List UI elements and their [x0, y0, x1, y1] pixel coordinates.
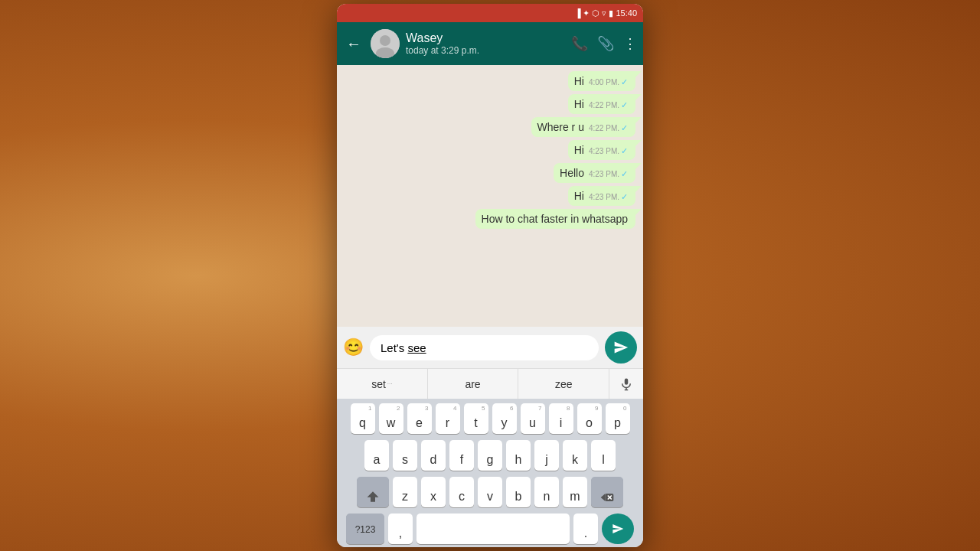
key-t[interactable]: 5t — [464, 403, 488, 434]
send-icon — [613, 340, 629, 355]
key-l[interactable]: l — [591, 440, 616, 471]
key-r[interactable]: 4r — [436, 403, 460, 434]
message-text: Hello — [560, 167, 584, 179]
attachment-icon[interactable]: 📎 — [597, 35, 614, 52]
key-z[interactable]: z — [393, 477, 417, 507]
keyboard: 1q 2w 3e 4r 5t 6y 7u 8i 9o 0p a s d f g … — [337, 399, 643, 547]
phone-icon[interactable]: 📞 — [571, 35, 588, 52]
message-row: Hi 4:00 PM. ✓ — [568, 71, 635, 91]
suggestion-label: zee — [555, 378, 573, 390]
key-o[interactable]: 9o — [577, 403, 602, 434]
contact-info: Wasey today at 3:29 p.m. — [406, 31, 565, 56]
more-icon[interactable]: ⋮ — [623, 35, 637, 52]
key-e[interactable]: 3e — [407, 403, 432, 434]
read-checkmark: ✓ — [621, 169, 628, 179]
backspace-key[interactable] — [591, 477, 623, 507]
send-bottom-button[interactable] — [602, 514, 634, 544]
key-q[interactable]: 1q — [351, 403, 375, 434]
key-s[interactable]: s — [393, 440, 417, 471]
key-x[interactable]: x — [421, 477, 446, 507]
message-text: Hi — [574, 190, 584, 202]
message-text: Hi — [574, 75, 584, 87]
key-j[interactable]: j — [534, 440, 559, 471]
read-checkmark: ✓ — [621, 100, 628, 110]
shift-key[interactable] — [357, 477, 389, 507]
back-button[interactable]: ← — [343, 32, 364, 56]
key-p[interactable]: 0p — [606, 403, 630, 434]
message-input-display[interactable]: Let's see — [370, 335, 599, 360]
contact-status: today at 3:29 p.m. — [406, 45, 565, 56]
svg-rect-3 — [625, 378, 629, 384]
suggestions-bar: set ··· are zee — [337, 368, 643, 399]
avatar-image — [371, 29, 400, 58]
key-y[interactable]: 6y — [492, 403, 517, 434]
message-row: Where r u 4:22 PM. ✓ — [531, 117, 636, 137]
message-row: Hi 4:23 PM. ✓ — [568, 186, 635, 206]
keyboard-row-3: z x c v b n m — [340, 477, 640, 507]
send-button[interactable] — [605, 331, 637, 364]
status-icons: ▐ ✦ ⬡ ▿ ▮ 15:40 — [575, 8, 637, 18]
wifi-icon: ▿ — [602, 8, 606, 18]
numbers-key[interactable]: ?123 — [346, 514, 384, 544]
key-a[interactable]: a — [364, 440, 389, 471]
svg-point-1 — [380, 35, 390, 46]
period-key[interactable]: . — [573, 514, 598, 544]
read-checkmark: ✓ — [621, 192, 628, 202]
input-area: 😊 Let's see — [337, 327, 643, 368]
message-row: Hello 4:23 PM. ✓ — [554, 163, 635, 183]
input-text: Let's see — [381, 341, 426, 354]
message-text: How to chat faster in whatsapp — [482, 213, 628, 225]
time-display: 15:40 — [616, 8, 637, 18]
key-v[interactable]: v — [478, 477, 502, 507]
key-c[interactable]: c — [449, 477, 474, 507]
suggestion-label: are — [465, 378, 480, 390]
key-b[interactable]: b — [506, 477, 531, 507]
suggestion-are[interactable]: are — [428, 369, 519, 399]
key-d[interactable]: d — [421, 440, 446, 471]
mic-button[interactable] — [609, 377, 643, 391]
message-meta: 4:23 PM. ✓ — [589, 169, 628, 179]
emoji-button[interactable]: 😊 — [343, 337, 364, 357]
suggestion-set[interactable]: set ··· — [337, 369, 428, 399]
space-key[interactable] — [416, 514, 570, 544]
suggestion-dots: ··· — [387, 380, 393, 387]
message-meta: 4:23 PM. ✓ — [589, 146, 628, 156]
key-h[interactable]: h — [506, 440, 531, 471]
read-checkmark: ✓ — [621, 146, 628, 156]
suggestion-zee[interactable]: zee — [518, 369, 609, 399]
keyboard-row-2: a s d f g h j k l — [340, 440, 640, 471]
message-meta: 4:00 PM. ✓ — [589, 77, 628, 87]
read-checkmark: ✓ — [621, 123, 628, 133]
comma-key[interactable]: , — [388, 514, 413, 544]
contact-name: Wasey — [406, 31, 565, 45]
key-g[interactable]: g — [478, 440, 502, 471]
battery-icon: ▮ — [609, 8, 613, 18]
signal-icon: ▐ — [575, 8, 581, 18]
message-row: Hi 4:23 PM. ✓ — [568, 140, 635, 160]
status-bar: ▐ ✦ ⬡ ▿ ▮ 15:40 — [337, 4, 643, 22]
key-u[interactable]: 7u — [521, 403, 545, 434]
header-icons: 📞 📎 ⋮ — [571, 35, 637, 52]
key-k[interactable]: k — [563, 440, 587, 471]
message-meta: 4:22 PM. ✓ — [589, 100, 628, 110]
message-meta: 4:22 PM. ✓ — [589, 123, 628, 133]
message-text: Hi — [574, 98, 584, 110]
mic-icon — [619, 377, 633, 391]
shift-icon — [366, 490, 380, 504]
phone-screen: ▐ ✦ ⬡ ▿ ▮ 15:40 ← Wasey today at 3:29 p.… — [337, 4, 643, 547]
suggestion-label: set — [371, 378, 386, 390]
key-i[interactable]: 8i — [549, 403, 573, 434]
bluetooth-icon: ✦ — [583, 8, 590, 18]
key-w[interactable]: 2w — [379, 403, 403, 434]
key-m[interactable]: m — [563, 477, 587, 507]
message-text: Where r u — [537, 121, 584, 133]
keyboard-bottom-row: ?123 , . — [340, 514, 640, 544]
message-row: How to chat faster in whatsapp — [475, 209, 635, 229]
key-f[interactable]: f — [449, 440, 474, 471]
chat-area: Hi 4:00 PM. ✓ Hi 4:22 PM. ✓ Where r u 4:… — [337, 65, 643, 327]
key-n[interactable]: n — [534, 477, 559, 507]
avatar — [371, 29, 400, 58]
read-checkmark: ✓ — [621, 77, 628, 87]
message-row: Hi 4:22 PM. ✓ — [568, 94, 635, 114]
message-text: Hi — [574, 144, 584, 156]
